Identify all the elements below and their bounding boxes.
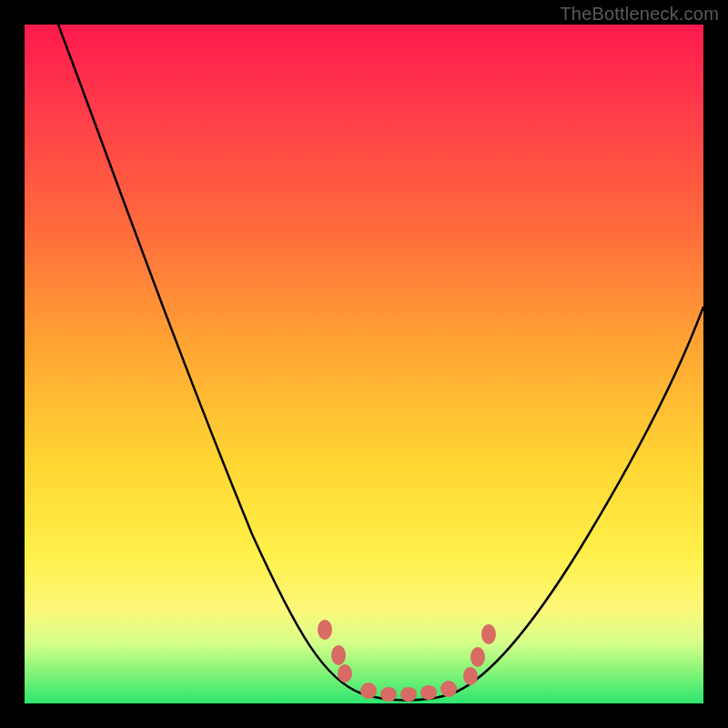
svg-point-4 (380, 687, 397, 702)
svg-point-8 (463, 667, 478, 685)
plot-area (25, 25, 703, 703)
chart-frame: TheBottleneck.com (0, 0, 728, 728)
svg-point-9 (470, 647, 485, 667)
bottleneck-curve (58, 25, 703, 701)
highlight-dots (318, 620, 496, 702)
svg-point-2 (338, 664, 352, 682)
svg-point-0 (318, 620, 332, 640)
svg-point-10 (481, 624, 496, 644)
svg-point-5 (400, 687, 417, 702)
svg-point-3 (360, 682, 377, 699)
watermark-text: TheBottleneck.com (560, 4, 719, 25)
svg-point-1 (331, 645, 346, 665)
curve-overlay (25, 25, 703, 703)
svg-point-6 (420, 685, 437, 700)
svg-point-7 (440, 681, 457, 697)
